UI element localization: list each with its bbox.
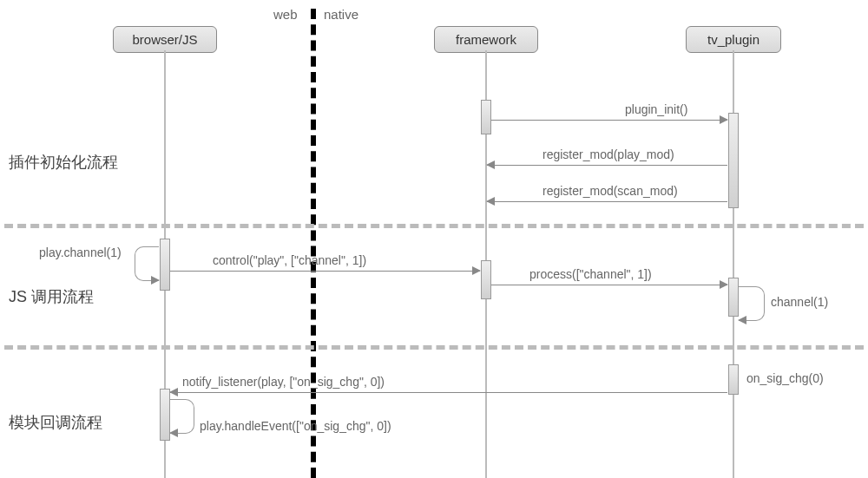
activation-browser-jscall	[160, 239, 170, 291]
msg-control: control("play", ["channel", 1])	[213, 253, 366, 267]
selfcall-handle-event	[170, 399, 194, 434]
msg-register-scan: register_mod(scan_mod)	[542, 184, 678, 198]
msg-channel: channel(1)	[771, 295, 828, 309]
activation-framework-init	[481, 100, 491, 134]
msg-register-play: register_mod(play_mod)	[542, 147, 674, 161]
phase-separator-1	[4, 224, 864, 228]
arrow-plugin-init	[491, 120, 727, 121]
lifeline-head-browser: browser/JS	[113, 26, 217, 53]
lifeline-head-framework: framework	[434, 26, 538, 53]
arrow-process	[491, 285, 727, 285]
lifeline-label: framework	[456, 32, 516, 47]
activation-tvplugin-cb	[728, 364, 739, 395]
msg-play-channel: play.channel(1)	[39, 246, 122, 259]
arrow-notify	[170, 392, 727, 393]
arrow-register-scan	[487, 201, 727, 202]
phase-label-callback: 模块回调流程	[9, 412, 102, 433]
phase-label-jscall: JS 调用流程	[9, 286, 94, 307]
msg-notify: notify_listener(play, ["on_sig_chg", 0])	[182, 375, 385, 389]
web-native-divider	[311, 9, 316, 478]
domain-label-web: web	[273, 7, 298, 22]
lifeline-head-tvplugin: tv_plugin	[686, 26, 781, 53]
activation-tvplugin-init	[728, 113, 739, 208]
lifeline-label: tv_plugin	[707, 32, 760, 47]
selfcall-play-channel	[135, 246, 159, 281]
phase-label-init: 插件初始化流程	[9, 152, 118, 173]
lifeline-label: browser/JS	[132, 32, 197, 47]
msg-handle: play.handleEvent(["on_sig_chg", 0])	[200, 419, 391, 433]
arrow-register-play	[487, 165, 727, 166]
activation-framework-jscall	[481, 260, 491, 299]
activation-tvplugin-jscall	[728, 278, 739, 317]
domain-label-native: native	[324, 7, 358, 22]
msg-process: process(["channel", 1])	[529, 267, 652, 281]
phase-separator-2	[4, 345, 864, 350]
selfcall-channel	[739, 286, 765, 321]
msg-on-sig-chg: on_sig_chg(0)	[746, 371, 824, 385]
msg-plugin-init: plugin_init()	[625, 102, 687, 116]
arrow-control	[170, 271, 480, 272]
